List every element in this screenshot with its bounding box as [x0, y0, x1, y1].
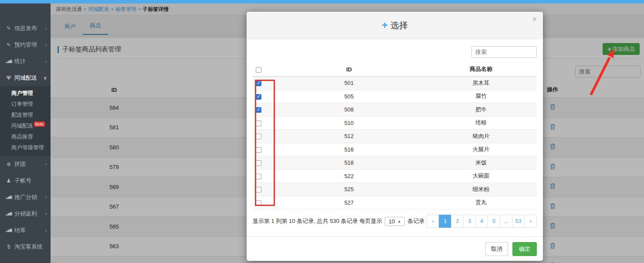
- dollar-icon: $: [5, 239, 12, 255]
- beta-badge: Beta: [34, 121, 45, 127]
- page-size-value: 10: [389, 218, 395, 225]
- page-button-‹[interactable]: ‹: [427, 215, 439, 228]
- annotation-rectangle: [255, 80, 275, 206]
- chevron-right-icon: ›: [45, 156, 47, 172]
- sidebar-item-7[interactable]: ▂▅▇分销返利›: [0, 206, 51, 222]
- modal-table-row: 525细米粉: [253, 183, 537, 196]
- pagination-row: 显示第 1 到第 10 条记录, 总共 530 条记录 每页显示 10 ▲ 条记…: [253, 215, 537, 228]
- modal-column-name: 商品名称: [425, 65, 537, 73]
- modal-table-row: 516火腿片: [253, 143, 537, 157]
- sidebar-subitem-5[interactable]: 商户等级管理: [0, 142, 51, 153]
- sidebar-subitem-2[interactable]: 配送管理: [0, 110, 51, 121]
- modal-table-row: 512猪肉片: [253, 130, 537, 143]
- sidebar-item-label: 预约管理: [14, 37, 44, 53]
- modal-row-id: 512: [273, 133, 425, 139]
- modal-column-id: ID: [273, 66, 425, 73]
- page-button-›[interactable]: ›: [524, 215, 537, 228]
- sidebar-submenu: 商户管理订单管理配送管理同城配送Beta商品推荐商户等级管理: [0, 86, 51, 156]
- sidebar-item-label: 推广分销: [14, 189, 44, 206]
- modal-row-name: 培根: [425, 119, 537, 127]
- modal-row-id: 510: [273, 120, 425, 126]
- chevron-down-icon: ∨: [43, 70, 47, 86]
- modal-footer: 取消 确定: [247, 236, 543, 261]
- sidebar-item-2[interactable]: ▂▅▇统计›: [0, 53, 51, 70]
- page-button-3[interactable]: 3: [463, 215, 476, 228]
- pagination-info: 显示第 1 到第 10 条记录, 总共 530 条记录 每页显示 10 ▲ 条记…: [253, 217, 424, 226]
- cancel-button[interactable]: 取消: [485, 242, 508, 256]
- close-icon[interactable]: ×: [532, 15, 537, 23]
- stats-icon: ▂▅▇: [5, 53, 12, 70]
- page-button-5[interactable]: 5: [488, 215, 500, 228]
- pagination-info-suffix: 条记录: [407, 217, 424, 225]
- modal-table-header: ID 商品名称: [253, 62, 537, 77]
- sidebar-item-4[interactable]: ⊕拼团›: [0, 156, 51, 172]
- top-strip: [0, 0, 644, 3]
- modal-row-id: 501: [273, 80, 425, 86]
- sidebar: ✎信息发布›✎预约管理›▂▅▇统计›Ψ同城配送∨商户管理订单管理配送管理同城配送…: [0, 0, 51, 263]
- modal-body: ID 商品名称 501黑木耳505腐竹508肥牛510培根512猪肉片516火腿…: [247, 39, 543, 236]
- sidebar-item-label: 子帐号: [14, 172, 47, 189]
- modal-row-id: 522: [273, 173, 425, 179]
- page-button-2[interactable]: 2: [451, 215, 464, 228]
- sidebar-item-5[interactable]: ♟子帐号: [0, 172, 51, 189]
- modal-row-name: 大碗面: [425, 172, 537, 180]
- sidebar-subitem-label: 同城配送: [11, 121, 33, 132]
- sidebar-item-9[interactable]: $淘宝客系统: [0, 239, 51, 255]
- delivery-icon: Ψ: [5, 70, 12, 86]
- sidebar-item-3[interactable]: Ψ同城配送∨: [0, 70, 51, 86]
- sidebar-item-6[interactable]: ▂▅▇推广分销›: [0, 189, 51, 206]
- confirm-button[interactable]: 确定: [512, 242, 537, 256]
- page-size-select[interactable]: 10 ▲: [385, 217, 405, 226]
- group-icon: ⊕: [5, 156, 12, 172]
- modal-header: + 选择 ×: [247, 12, 543, 39]
- sidebar-menu: ✎信息发布›✎预约管理›▂▅▇统计›Ψ同城配送∨商户管理订单管理配送管理同城配送…: [0, 0, 51, 255]
- chevron-right-icon: ›: [45, 222, 47, 239]
- sidebar-subitem-label: 商户管理: [11, 88, 33, 99]
- page-button-53[interactable]: 53: [512, 215, 525, 228]
- booking-icon: ✎: [5, 37, 12, 53]
- sidebar-subitem-3[interactable]: 同城配送Beta: [0, 121, 51, 132]
- rebate-icon: ▂▅▇: [5, 206, 12, 222]
- sidebar-subitem-label: 配送管理: [11, 110, 33, 121]
- caret-up-icon: ▲: [397, 219, 401, 223]
- sidebar-item-label: 结算: [14, 222, 44, 239]
- sidebar-item-label: 同城配送: [14, 70, 42, 86]
- sidebar-subitem-label: 订单管理: [11, 99, 33, 110]
- chevron-right-icon: ›: [45, 37, 47, 53]
- modal-row-name: 肥牛: [425, 106, 537, 114]
- sidebar-subitem-4[interactable]: 商品推荐: [0, 132, 51, 142]
- modal-table-row: 510培根: [253, 117, 537, 130]
- sidebar-item-1[interactable]: ✎预约管理›: [0, 37, 51, 53]
- user-icon: ♟: [5, 172, 12, 189]
- page-button-4[interactable]: 4: [475, 215, 488, 228]
- modal-row-name: 米饭: [425, 159, 537, 167]
- modal-table-row: 518米饭: [253, 156, 537, 170]
- promo-icon: ▂▅▇: [5, 189, 12, 206]
- annotation-arrow: [584, 44, 623, 98]
- sidebar-item-label: 统计: [14, 53, 44, 70]
- select-all-checkbox[interactable]: [256, 67, 261, 73]
- modal-row-id: 527: [273, 199, 425, 206]
- publish-icon: ✎: [5, 20, 12, 37]
- chevron-right-icon: ›: [45, 189, 47, 206]
- sidebar-subitem-0[interactable]: 商户管理: [0, 88, 51, 99]
- chevron-right-icon: ›: [45, 53, 47, 70]
- sidebar-subitem-label: 商品推荐: [11, 132, 33, 142]
- sidebar-subitem-1[interactable]: 订单管理: [0, 99, 51, 110]
- page-button-1[interactable]: 1: [439, 215, 451, 228]
- select-product-modal: + 选择 × ID 商品名称 501黑木耳505腐竹508肥牛510培根512猪…: [247, 12, 543, 261]
- modal-row-id: 518: [273, 159, 425, 166]
- page-button-...[interactable]: ...: [500, 215, 512, 228]
- sidebar-item-0[interactable]: ✎信息发布›: [0, 20, 51, 37]
- modal-row-id: 508: [273, 106, 425, 113]
- sidebar-item-8[interactable]: ▂▅▇结算›: [0, 222, 51, 239]
- modal-table-row: 522大碗面: [253, 170, 537, 183]
- chevron-right-icon: ›: [45, 206, 47, 222]
- pager: ‹12345...53›: [427, 215, 537, 228]
- modal-row-name: 火腿片: [425, 145, 537, 153]
- sidebar-subitem-label: 商户等级管理: [11, 142, 44, 153]
- modal-row-id: 505: [273, 93, 425, 100]
- modal-title-text: 选择: [390, 20, 408, 31]
- modal-search-input[interactable]: [471, 46, 537, 58]
- modal-row-name: 贡丸: [425, 199, 537, 206]
